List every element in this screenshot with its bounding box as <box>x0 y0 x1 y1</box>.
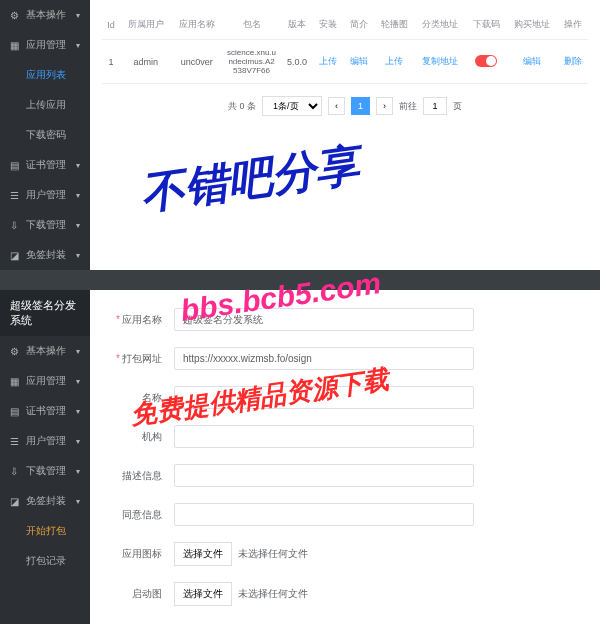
menu2-basic[interactable]: ⚙基本操作▾ <box>0 336 90 366</box>
dlcode-toggle[interactable] <box>475 55 497 67</box>
label-consent: 同意信息 <box>102 508 162 522</box>
col-user: 所属用户 <box>120 10 171 40</box>
menu2-pack-log[interactable]: 打包记录 <box>0 546 90 576</box>
label-desc: 描述信息 <box>102 469 162 483</box>
chevron-down-icon: ▾ <box>76 41 80 50</box>
cell-name: unc0ver <box>171 40 222 84</box>
menu2-app[interactable]: ▦应用管理▾ <box>0 366 90 396</box>
col-ver: 版本 <box>281 10 314 40</box>
user-icon: ☰ <box>10 436 20 446</box>
table-row: 1 admin unc0ver science.xnu.undecimus.A2… <box>102 40 588 84</box>
cell-ver: 5.0.0 <box>281 40 314 84</box>
col-cat: 分类地址 <box>415 10 466 40</box>
page-1-button[interactable]: 1 <box>351 97 370 115</box>
chevron-down-icon: ▾ <box>76 467 80 476</box>
download-icon: ⇩ <box>10 220 20 230</box>
chevron-down-icon: ▾ <box>76 11 80 20</box>
label-name: 名称 <box>102 391 162 405</box>
col-carousel: 轮播图 <box>374 10 415 40</box>
col-install: 安装 <box>313 10 343 40</box>
menu-basic[interactable]: ⚙基本操作▾ <box>0 0 90 30</box>
next-page-button[interactable]: › <box>376 97 393 115</box>
download-icon: ⇩ <box>10 466 20 476</box>
menu2-download[interactable]: ⇩下载管理▾ <box>0 456 90 486</box>
upload-install-link[interactable]: 上传 <box>319 56 337 66</box>
table-header-row: Id 所属用户 应用名称 包名 版本 安装 简介 轮播图 分类地址 下载码 购买… <box>102 10 588 40</box>
icon-file-button[interactable]: 选择文件 <box>174 542 232 566</box>
chevron-down-icon: ▾ <box>76 161 80 170</box>
prev-page-button[interactable]: ‹ <box>328 97 345 115</box>
chevron-down-icon: ▾ <box>76 377 80 386</box>
chevron-down-icon: ▾ <box>76 347 80 356</box>
chevron-down-icon: ▾ <box>76 221 80 230</box>
copy-addr-link[interactable]: 复制地址 <box>422 56 458 66</box>
page-size-select[interactable]: 1条/页 <box>262 96 322 116</box>
user-icon: ☰ <box>10 190 20 200</box>
menu-nosign[interactable]: ◪免签封装▾ <box>0 240 90 270</box>
col-name: 应用名称 <box>171 10 222 40</box>
splash-file-status: 未选择任何文件 <box>238 587 308 601</box>
col-intro: 简介 <box>344 10 374 40</box>
grid-icon: ▦ <box>10 40 20 50</box>
name-input[interactable] <box>174 386 474 409</box>
gear-icon: ⚙ <box>10 346 20 356</box>
label-org: 机构 <box>102 430 162 444</box>
label-splash: 启动图 <box>102 587 162 601</box>
col-dlcode: 下载码 <box>466 10 507 40</box>
system-title: 超级签名分发系统 <box>0 290 90 336</box>
edit-buy-link[interactable]: 编辑 <box>523 56 541 66</box>
label-icon: 应用图标 <box>102 547 162 561</box>
table-area: Id 所属用户 应用名称 包名 版本 安装 简介 轮播图 分类地址 下载码 购买… <box>90 0 600 270</box>
desc-input[interactable] <box>174 464 474 487</box>
chevron-down-icon: ▾ <box>76 497 80 506</box>
cell-pkg: science.xnu.undecimus.A2538V7F66 <box>222 40 280 84</box>
cell-user: admin <box>120 40 171 84</box>
col-pkg: 包名 <box>222 10 280 40</box>
edit-intro-link[interactable]: 编辑 <box>350 56 368 66</box>
menu-download-pwd[interactable]: 下载密码 <box>0 120 90 150</box>
app-list-panel: ⚙基本操作▾ ▦应用管理▾ 应用列表 上传应用 下载密码 ▤证书管理▾ ☰用户管… <box>0 0 600 270</box>
cert-icon: ▤ <box>10 406 20 416</box>
label-url: 打包网址 <box>102 352 162 366</box>
label-appname: 应用名称 <box>102 313 162 327</box>
menu-app-mgmt[interactable]: ▦应用管理▾ <box>0 30 90 60</box>
chevron-down-icon: ▾ <box>76 191 80 200</box>
col-op: 操作 <box>558 10 588 40</box>
menu2-nosign[interactable]: ◪免签封装▾ <box>0 486 90 516</box>
menu2-start-pack[interactable]: 开始打包 <box>0 516 90 546</box>
form-area: 应用名称 打包网址 名称 机构 描述信息 同意信息 应用图标选择文件未选择任何文… <box>90 290 600 624</box>
consent-input[interactable] <box>174 503 474 526</box>
splash-file-button[interactable]: 选择文件 <box>174 582 232 606</box>
sidebar-bottom: 超级签名分发系统 ⚙基本操作▾ ▦应用管理▾ ▤证书管理▾ ☰用户管理▾ ⇩下载… <box>0 290 90 624</box>
delete-link[interactable]: 删除 <box>564 56 582 66</box>
col-buy: 购买地址 <box>506 10 557 40</box>
menu-upload-app[interactable]: 上传应用 <box>0 90 90 120</box>
url-input[interactable] <box>174 347 474 370</box>
menu-app-list[interactable]: 应用列表 <box>0 60 90 90</box>
chevron-down-icon: ▾ <box>76 251 80 260</box>
menu2-user[interactable]: ☰用户管理▾ <box>0 426 90 456</box>
org-input[interactable] <box>174 425 474 448</box>
grid-icon: ▦ <box>10 376 20 386</box>
page-suffix: 页 <box>453 100 462 113</box>
cert-icon: ▤ <box>10 160 20 170</box>
app-table: Id 所属用户 应用名称 包名 版本 安装 简介 轮播图 分类地址 下载码 购买… <box>102 10 588 84</box>
sidebar-top: ⚙基本操作▾ ▦应用管理▾ 应用列表 上传应用 下载密码 ▤证书管理▾ ☰用户管… <box>0 0 90 270</box>
col-id: Id <box>102 10 120 40</box>
menu-download[interactable]: ⇩下载管理▾ <box>0 210 90 240</box>
menu2-cert[interactable]: ▤证书管理▾ <box>0 396 90 426</box>
pagination: 共 0 条 1条/页 ‹ 1 › 前往 页 <box>102 96 588 116</box>
menu-cert[interactable]: ▤证书管理▾ <box>0 150 90 180</box>
cell-id: 1 <box>102 40 120 84</box>
appname-input[interactable] <box>174 308 474 331</box>
menu-user[interactable]: ☰用户管理▾ <box>0 180 90 210</box>
jump-label: 前往 <box>399 100 417 113</box>
gear-icon: ⚙ <box>10 10 20 20</box>
upload-carousel-link[interactable]: 上传 <box>385 56 403 66</box>
package-form-panel: 超级签名分发系统 ⚙基本操作▾ ▦应用管理▾ ▤证书管理▾ ☰用户管理▾ ⇩下载… <box>0 290 600 624</box>
total-count: 共 0 条 <box>228 100 256 113</box>
package-icon: ◪ <box>10 250 20 260</box>
jump-page-input[interactable] <box>423 97 447 115</box>
icon-file-status: 未选择任何文件 <box>238 547 308 561</box>
package-icon: ◪ <box>10 496 20 506</box>
